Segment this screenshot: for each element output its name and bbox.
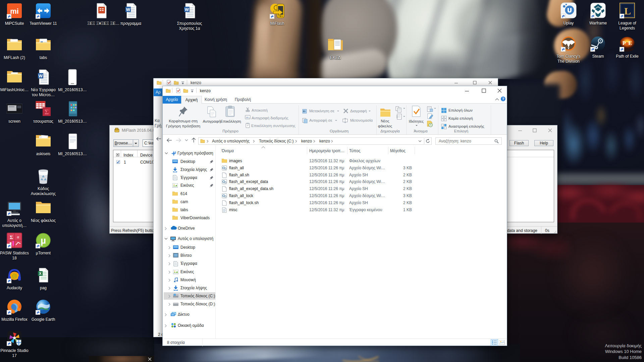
svg-text:W: W	[246, 116, 249, 119]
svg-text:Σ: Σ	[44, 108, 49, 116]
svg-text:X: X	[39, 272, 42, 276]
svg-text:W: W	[39, 73, 43, 78]
svg-text:Σ: Σ	[10, 235, 13, 240]
svg-text:L: L	[624, 5, 631, 16]
svg-text:α: α	[17, 235, 19, 239]
svg-text:mi: mi	[10, 7, 19, 15]
svg-text:µ: µ	[41, 235, 46, 246]
svg-text:PoE: PoE	[623, 40, 632, 46]
svg-text:W: W	[185, 7, 189, 12]
svg-text:W: W	[126, 7, 130, 12]
